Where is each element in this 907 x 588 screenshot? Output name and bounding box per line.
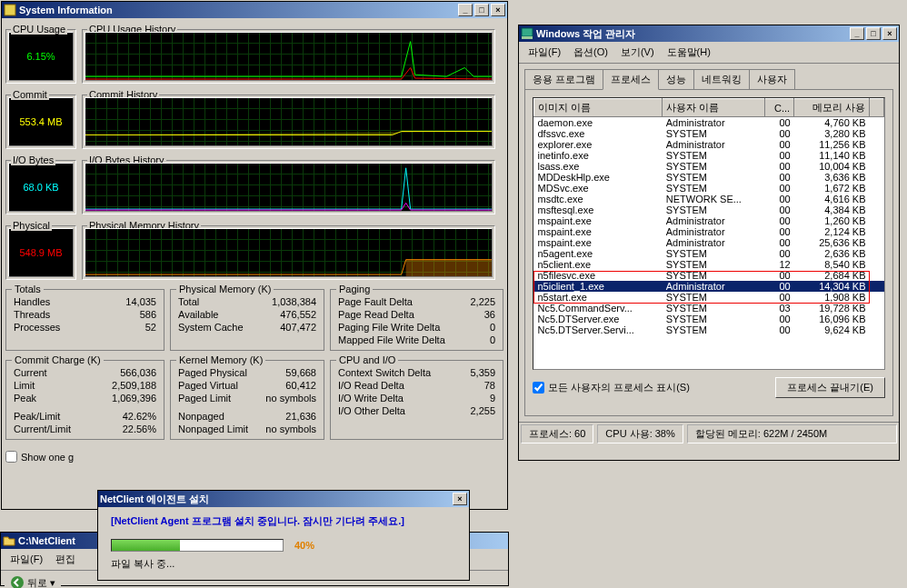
svg-rect-0 xyxy=(5,5,15,15)
show-all-users-checkbox[interactable]: 모든 사용자의 프로세스 표시(S) xyxy=(533,381,690,394)
installer-message: [NetClient Agent 프로그램 설치 중입니다. 잠시만 기다려 주… xyxy=(111,514,456,528)
sysinfo-title: System Information xyxy=(19,5,113,15)
explorer-title: C:\NetClient xyxy=(18,535,75,546)
commit-history: Commit History xyxy=(82,95,495,149)
sysinfo-titlebar[interactable]: System Information _ □ × xyxy=(2,2,507,18)
commit-value: 553.4 MB xyxy=(19,116,62,127)
status-cpu: CPU 사용: 38% xyxy=(597,424,683,443)
table-row[interactable]: n5iclient_1.exeAdministrator0014,304 KB xyxy=(534,281,884,292)
progress-percent: 40% xyxy=(294,540,314,551)
physical-history: Physical Memory History xyxy=(82,225,495,280)
table-row[interactable]: n5start.exeSYSTEM001,908 KB xyxy=(534,292,884,303)
folder-icon xyxy=(3,534,15,547)
physmem-group: Physical Memory (K) Total1,038,384 Avail… xyxy=(170,289,324,351)
table-row[interactable]: Nc5.CommandServ...SYSTEM0319,728 KB xyxy=(534,303,884,314)
sysinfo-icon xyxy=(4,4,16,16)
table-row[interactable]: mspaint.exeAdministrator0025,636 KB xyxy=(534,237,884,248)
svg-rect-1 xyxy=(406,260,492,276)
col-cpu[interactable]: C... xyxy=(764,99,793,117)
status-memory: 할당된 메모리: 622M / 2450M xyxy=(687,424,897,443)
back-arrow-icon xyxy=(10,575,25,588)
close-button[interactable]: × xyxy=(882,27,897,40)
col-mem[interactable]: 메모리 사용 xyxy=(794,99,870,117)
menu-view[interactable]: 보기(V) xyxy=(615,44,660,61)
table-row[interactable]: explorer.exeAdministrator0011,256 KB xyxy=(534,139,884,150)
svg-rect-3 xyxy=(522,36,533,39)
table-row[interactable]: n5agent.exeSYSTEM002,636 KB xyxy=(534,248,884,259)
table-row[interactable]: n5filesvc.exeSYSTEM002,684 KB xyxy=(534,270,884,281)
end-process-button[interactable]: 프로세스 끝내기(E) xyxy=(775,377,885,398)
svg-rect-2 xyxy=(522,28,533,36)
cpu-history: CPU Usage History xyxy=(82,29,495,84)
cpu-io-group: CPU and I/O Context Switch Delta5,359 I/… xyxy=(330,360,503,440)
close-button[interactable]: × xyxy=(491,4,505,16)
cpu-usage-value: 6.15% xyxy=(26,51,55,62)
table-row[interactable]: daemon.exeAdministrator004,760 KB xyxy=(534,117,884,129)
io-value: 68.0 KB xyxy=(23,182,58,193)
taskmgr-tabs: 응용 프로그램 프로세스 성능 네트워킹 사용자 xyxy=(524,69,893,89)
taskmgr-title: Windows 작업 관리자 xyxy=(536,27,635,41)
close-button[interactable]: × xyxy=(453,493,467,505)
task-manager-window: Windows 작업 관리자 _ □ × 파일(F) 옵션(O) 보기(V) 도… xyxy=(518,25,900,461)
taskmgr-titlebar[interactable]: Windows 작업 관리자 _ □ × xyxy=(519,25,899,42)
table-row[interactable]: MDSvc.exeSYSTEM001,672 KB xyxy=(534,183,884,194)
commit-meter: Commit 553.4 MB xyxy=(5,95,76,149)
table-row[interactable]: mspaint.exeAdministrator001,260 KB xyxy=(534,215,884,226)
minimize-button[interactable]: _ xyxy=(458,4,473,16)
netclient-installer-window: NetClient 에이전트 설치 × [NetClient Agent 프로그… xyxy=(97,490,470,581)
table-row[interactable]: dfssvc.exeSYSTEM003,280 KB xyxy=(534,128,884,139)
taskmgr-statusbar: 프로세스: 60 CPU 사용: 38% 할당된 메모리: 622M / 245… xyxy=(519,422,899,445)
table-row[interactable]: mspaint.exeAdministrator002,124 KB xyxy=(534,226,884,237)
tab-performance[interactable]: 성능 xyxy=(658,69,694,89)
tab-networking[interactable]: 네트워킹 xyxy=(693,69,750,89)
process-table[interactable]: 이미지 이름 사용자 이름 C... 메모리 사용 daemon.exeAdmi… xyxy=(533,97,885,370)
minimize-button[interactable]: _ xyxy=(850,27,864,40)
kernel-memory-group: Kernel Memory (K) Paged Physical59,668 P… xyxy=(170,360,324,440)
menu-edit[interactable]: 편집 xyxy=(50,551,81,568)
tab-users[interactable]: 사용자 xyxy=(749,69,795,89)
table-row[interactable]: Nc5.DTServer.exeSYSTEM0016,096 KB xyxy=(534,314,884,324)
tab-processes[interactable]: 프로세스 xyxy=(603,69,659,90)
table-row[interactable]: msdtc.exeNETWORK SE...004,616 KB xyxy=(534,194,884,204)
taskmgr-menubar: 파일(F) 옵션(O) 보기(V) 도움말(H) xyxy=(519,42,899,64)
physical-value: 548.9 MB xyxy=(19,247,62,258)
maximize-button[interactable]: □ xyxy=(866,27,881,40)
table-row[interactable]: lsass.exeSYSTEM0010,004 KB xyxy=(534,161,884,172)
system-information-window: System Information _ □ × CPU Usage 6.15%… xyxy=(1,1,508,510)
table-row[interactable]: n5client.exeSYSTEM128,540 KB xyxy=(534,259,884,270)
installer-status: 파일 복사 중... xyxy=(111,557,456,571)
menu-options[interactable]: 옵션(O) xyxy=(568,44,613,61)
physical-meter: Physical 548.9 MB xyxy=(5,225,76,280)
installer-title: NetClient 에이전트 설치 xyxy=(100,493,209,506)
table-row[interactable]: Nc5.DTServer.Servi...SYSTEM009,624 KB xyxy=(534,324,884,335)
tab-applications[interactable]: 응용 프로그램 xyxy=(524,69,603,89)
table-row[interactable]: inetinfo.exeSYSTEM0011,140 KB xyxy=(534,150,884,161)
show-one-graph-checkbox[interactable]: Show one g xyxy=(5,451,74,463)
maximize-button[interactable]: □ xyxy=(474,4,489,16)
chevron-down-icon: ▾ xyxy=(50,577,55,589)
progress-bar xyxy=(111,539,284,552)
installer-titlebar[interactable]: NetClient 에이전트 설치 × xyxy=(98,491,469,507)
io-meter: I/O Bytes 68.0 KB xyxy=(5,160,76,214)
menu-file[interactable]: 파일(F) xyxy=(523,44,566,61)
menu-help[interactable]: 도움말(H) xyxy=(662,44,716,61)
paging-group: Paging Page Fault Delta2,225 Page Read D… xyxy=(330,289,503,351)
totals-group: Totals Handles14,035 Threads586 Processe… xyxy=(5,289,164,351)
io-history: I/O Bytes History xyxy=(82,160,495,214)
col-user[interactable]: 사용자 이름 xyxy=(663,99,765,117)
back-button[interactable]: 뒤로 ▾ xyxy=(5,573,61,588)
col-scroll xyxy=(870,99,884,117)
col-image[interactable]: 이미지 이름 xyxy=(534,99,663,117)
menu-file[interactable]: 파일(F) xyxy=(5,551,48,568)
cpu-usage-meter: CPU Usage 6.15% xyxy=(5,29,76,84)
taskmgr-icon xyxy=(521,27,533,40)
status-processes: 프로세스: 60 xyxy=(521,424,593,443)
table-row[interactable]: msftesql.exeSYSTEM004,384 KB xyxy=(534,204,884,215)
commit-charge-group: Commit Charge (K) Current566,036 Limit2,… xyxy=(5,360,164,440)
table-row[interactable]: MDDeskHlp.exeSYSTEM003,636 KB xyxy=(534,172,884,183)
